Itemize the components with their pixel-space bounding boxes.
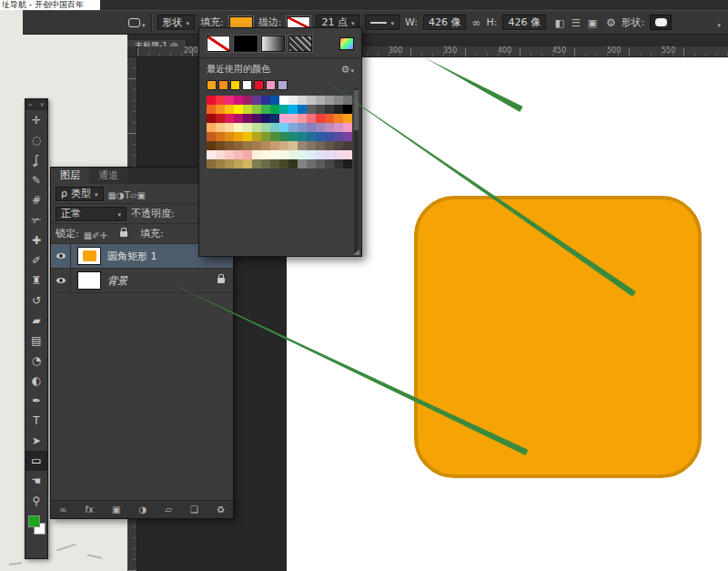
lock-all-icon[interactable] bbox=[120, 231, 127, 237]
stroke-type-select[interactable] bbox=[365, 15, 399, 30]
filter-smart-objects-icon[interactable]: ▣ bbox=[137, 190, 146, 200]
color-swatch[interactable] bbox=[261, 159, 270, 168]
adjustment-layer-icon[interactable]: ◑ bbox=[138, 505, 147, 515]
color-swatch[interactable] bbox=[325, 141, 334, 150]
color-swatch[interactable] bbox=[343, 105, 352, 114]
color-swatch[interactable] bbox=[343, 159, 352, 168]
resize-grip[interactable]: ◢ bbox=[354, 248, 359, 256]
color-swatch[interactable] bbox=[298, 105, 307, 114]
color-swatch[interactable] bbox=[270, 123, 279, 132]
recent-color-swatch[interactable] bbox=[218, 80, 228, 90]
color-swatch[interactable] bbox=[334, 96, 343, 105]
recent-color-swatch[interactable] bbox=[266, 80, 276, 90]
color-swatch[interactable] bbox=[270, 96, 279, 105]
color-swatch[interactable] bbox=[252, 132, 261, 141]
tool-preset-button[interactable] bbox=[128, 14, 146, 31]
color-swatch[interactable] bbox=[207, 141, 216, 150]
color-swatch[interactable] bbox=[343, 141, 352, 150]
layer-group-icon[interactable]: ▱ bbox=[165, 505, 172, 515]
quick-selection-tool[interactable]: ✎ bbox=[25, 170, 47, 190]
color-swatch[interactable] bbox=[252, 96, 261, 105]
color-swatch[interactable] bbox=[307, 114, 316, 123]
blend-mode-select[interactable]: 正常 bbox=[56, 207, 126, 221]
lock-image-pixels-icon[interactable]: ✐ bbox=[92, 230, 99, 240]
layer-thumbnail[interactable] bbox=[77, 247, 101, 265]
move-tool[interactable]: ✛ bbox=[25, 110, 47, 130]
tab-channels[interactable]: 通道 bbox=[89, 168, 127, 184]
color-swatch[interactable] bbox=[279, 159, 288, 168]
eyedropper-tool[interactable]: ✃ bbox=[25, 210, 47, 230]
color-swatch[interactable] bbox=[207, 159, 216, 168]
color-swatch[interactable] bbox=[343, 114, 352, 123]
hand-tool[interactable]: ☚ bbox=[25, 471, 47, 491]
color-swatch[interactable] bbox=[243, 114, 252, 123]
color-swatch[interactable] bbox=[207, 114, 216, 123]
color-swatch[interactable] bbox=[243, 150, 252, 159]
color-swatch[interactable] bbox=[343, 150, 352, 159]
color-swatch[interactable] bbox=[298, 150, 307, 159]
type-tool[interactable]: T bbox=[25, 411, 47, 431]
recent-color-swatch[interactable] bbox=[207, 80, 217, 90]
color-swatch[interactable] bbox=[316, 114, 325, 123]
color-swatch[interactable] bbox=[216, 150, 225, 159]
height-field[interactable]: 426 像 bbox=[502, 15, 546, 30]
color-swatch[interactable] bbox=[270, 132, 279, 141]
color-swatch[interactable] bbox=[252, 123, 261, 132]
color-swatch[interactable] bbox=[298, 96, 307, 105]
color-swatch[interactable] bbox=[261, 105, 270, 114]
gradient-tool[interactable]: ▤ bbox=[25, 331, 47, 351]
color-swatch[interactable] bbox=[288, 159, 298, 168]
color-swatch[interactable] bbox=[243, 132, 252, 141]
color-swatch[interactable] bbox=[234, 114, 243, 123]
recent-color-swatch[interactable] bbox=[242, 80, 252, 90]
clone-stamp-tool[interactable]: ♜ bbox=[25, 270, 47, 291]
color-swatch[interactable] bbox=[288, 105, 298, 114]
color-swatch[interactable] bbox=[334, 123, 343, 132]
eraser-tool[interactable]: ▰ bbox=[25, 311, 47, 331]
color-swatch[interactable] bbox=[307, 96, 316, 105]
color-swatch[interactable] bbox=[316, 96, 325, 105]
color-swatch[interactable] bbox=[225, 132, 234, 141]
color-swatch[interactable] bbox=[252, 150, 261, 159]
color-swatch[interactable] bbox=[207, 105, 216, 114]
color-swatch[interactable] bbox=[225, 159, 234, 168]
lock-position-icon[interactable]: ✛ bbox=[100, 230, 107, 240]
color-swatch[interactable] bbox=[334, 132, 343, 141]
pattern-button[interactable] bbox=[288, 36, 312, 52]
link-dimensions-icon[interactable]: ∞ bbox=[471, 17, 480, 28]
browser-tab[interactable]: 址导航 - 开创中国百年 bbox=[0, 0, 100, 10]
color-swatch[interactable] bbox=[279, 105, 288, 114]
color-swatch[interactable] bbox=[288, 132, 298, 141]
color-swatch[interactable] bbox=[316, 123, 325, 132]
color-swatch[interactable] bbox=[234, 150, 243, 159]
color-swatch[interactable] bbox=[316, 159, 325, 168]
color-swatch[interactable] bbox=[334, 105, 343, 114]
dodge-tool[interactable]: ◐ bbox=[25, 371, 47, 391]
color-swatch[interactable] bbox=[207, 150, 216, 159]
color-swatch[interactable] bbox=[216, 114, 225, 123]
color-swatch[interactable] bbox=[325, 105, 334, 114]
swatch-scrollbar[interactable] bbox=[354, 88, 359, 252]
width-field[interactable]: 426 像 bbox=[423, 15, 467, 30]
foreground-color-swatch[interactable] bbox=[28, 515, 40, 527]
color-swatch[interactable] bbox=[279, 150, 288, 159]
recent-color-swatch[interactable] bbox=[254, 80, 264, 90]
color-swatch[interactable] bbox=[243, 105, 252, 114]
layer-effects-icon[interactable]: fx bbox=[85, 505, 93, 515]
color-swatch[interactable] bbox=[216, 159, 225, 168]
color-swatch[interactable] bbox=[234, 159, 243, 168]
color-swatch[interactable] bbox=[261, 96, 270, 105]
color-swatch[interactable] bbox=[343, 96, 352, 105]
color-swatch[interactable] bbox=[243, 141, 252, 150]
lasso-tool[interactable]: ʆ bbox=[25, 150, 47, 170]
color-swatch[interactable] bbox=[270, 150, 279, 159]
crop-tool[interactable]: # bbox=[25, 190, 47, 210]
marquee-tool[interactable]: ◌ bbox=[25, 130, 47, 150]
color-swatch[interactable] bbox=[207, 123, 216, 132]
color-swatch[interactable] bbox=[225, 123, 234, 132]
color-swatch[interactable] bbox=[261, 141, 270, 150]
color-swatch[interactable] bbox=[288, 96, 298, 105]
history-brush-tool[interactable]: ↺ bbox=[25, 291, 47, 311]
color-swatch[interactable] bbox=[307, 141, 316, 150]
color-swatch[interactable] bbox=[270, 114, 279, 123]
